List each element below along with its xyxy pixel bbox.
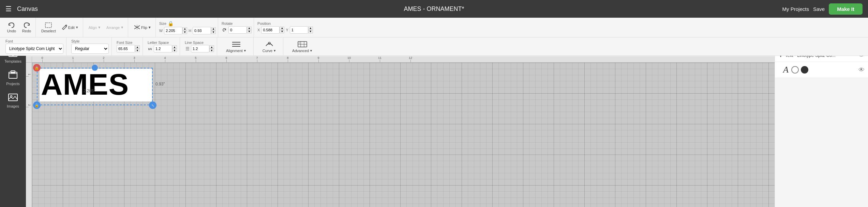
redo-button[interactable]: Redo bbox=[20, 21, 33, 34]
rotate-field[interactable]: ▲▼ bbox=[228, 26, 252, 34]
linespace-icon bbox=[185, 46, 190, 51]
position-group: Position X ▲▼ Y ▲▼ bbox=[255, 18, 315, 37]
topbar: ☰ Canvas AMES - ORNAMENT* My Projects Sa… bbox=[0, 0, 868, 18]
y-down[interactable]: ▼ bbox=[308, 30, 313, 33]
alignment-button[interactable]: Alignment ▼ bbox=[222, 39, 251, 54]
undo-redo-group: Undo Redo bbox=[3, 18, 36, 37]
style-label: Style bbox=[71, 39, 109, 43]
letterspace-icon: VA bbox=[148, 46, 153, 51]
alignment-label: Alignment bbox=[226, 49, 243, 53]
style-select[interactable]: Regular bbox=[71, 44, 109, 54]
linespace-label: Line Space bbox=[185, 41, 214, 45]
fontsize-section: Font Size ▲▼ bbox=[114, 37, 143, 55]
canvas-text[interactable]: AMES bbox=[41, 69, 129, 99]
svg-text:A: A bbox=[299, 42, 300, 44]
letterspace-up[interactable]: ▲ bbox=[172, 45, 177, 49]
projects-label: Projects bbox=[6, 82, 20, 86]
rotate-input[interactable] bbox=[228, 26, 247, 34]
x-field[interactable]: ▲▼ bbox=[261, 26, 284, 34]
toolbar1: Undo Redo Deselect bbox=[0, 18, 868, 37]
handle-top-center[interactable] bbox=[92, 65, 98, 71]
arrange-button[interactable]: Arrange ▼ bbox=[104, 25, 126, 30]
height-field[interactable]: ▲▼ bbox=[193, 27, 216, 34]
letterspace-input[interactable] bbox=[154, 45, 172, 52]
images-label: Images bbox=[7, 104, 19, 108]
y-input[interactable] bbox=[290, 26, 308, 34]
handle-lock[interactable]: 🔒 bbox=[33, 64, 41, 71]
letterspace-section: Letter Space VA ▲▼ bbox=[145, 37, 180, 55]
curve-section: Curve ▼ bbox=[256, 37, 283, 55]
width-field[interactable]: ▲▼ bbox=[164, 27, 187, 34]
rotate-group: Rotate ▲▼ bbox=[220, 18, 254, 37]
handle-bottom-right[interactable]: ⤡ bbox=[149, 101, 156, 109]
align-button[interactable]: Align ▼ bbox=[87, 25, 103, 30]
edit-button[interactable]: Edit ▼ bbox=[59, 23, 81, 32]
fontsize-up[interactable]: ▲ bbox=[135, 45, 140, 49]
ruler-horizontal: 0 1 2 3 4 5 6 7 8 9 10 11 12 bbox=[32, 57, 775, 63]
rotate-down[interactable]: ▼ bbox=[247, 30, 252, 33]
y-field[interactable]: ▲▼ bbox=[290, 26, 313, 34]
position-label: Position bbox=[257, 21, 313, 26]
projects-icon bbox=[8, 69, 18, 80]
deselect-icon bbox=[45, 22, 52, 28]
templates-label: Templates bbox=[4, 59, 21, 63]
size-group: Size 🔒 W ▲▼ H ▲▼ bbox=[157, 18, 218, 37]
make-it-button[interactable]: Make It bbox=[829, 3, 863, 15]
align-arrange-group: Align ▼ Arrange ▼ bbox=[85, 18, 128, 37]
layer-text-visibility-icon[interactable]: 👁 bbox=[858, 66, 865, 74]
redo-icon bbox=[23, 22, 30, 28]
fontsize-input[interactable] bbox=[117, 45, 135, 52]
linespace-field[interactable]: ▲▼ bbox=[191, 45, 214, 52]
sidebar-item-projects[interactable]: Projects bbox=[1, 67, 25, 89]
curve-button[interactable]: Curve ▼ bbox=[258, 39, 280, 54]
height-label: H bbox=[189, 29, 191, 33]
fontsize-field[interactable]: ▲▼ bbox=[117, 45, 140, 52]
lock-size-icon[interactable]: 🔒 bbox=[168, 21, 174, 26]
canvas-area: 0 1 2 3 4 5 6 7 8 9 10 11 12 bbox=[26, 57, 775, 207]
x-input[interactable] bbox=[261, 26, 280, 34]
y-up[interactable]: ▲ bbox=[308, 27, 313, 30]
letterspace-down[interactable]: ▼ bbox=[172, 49, 177, 52]
undo-button[interactable]: Undo bbox=[5, 21, 18, 34]
x-down[interactable]: ▼ bbox=[280, 30, 284, 33]
linespace-down[interactable]: ▼ bbox=[209, 49, 214, 52]
width-down[interactable]: ▼ bbox=[182, 31, 187, 34]
topbar-right: My Projects Save Make It bbox=[782, 3, 863, 15]
my-projects-link[interactable]: My Projects bbox=[782, 6, 809, 12]
canvas-content[interactable]: AMES 🔒 🔒 ⤡ 2.205" 0.93" bbox=[32, 63, 775, 207]
advanced-button[interactable]: A Advanced ▼ bbox=[288, 39, 317, 54]
flip-icon bbox=[134, 24, 140, 30]
height-up[interactable]: ▲ bbox=[211, 27, 216, 31]
linespace-up[interactable]: ▲ bbox=[209, 45, 214, 49]
sidebar-item-images[interactable]: Images bbox=[1, 89, 25, 111]
x-label: X bbox=[257, 28, 260, 32]
height-dimension-label: 0.93" bbox=[155, 82, 165, 86]
handle-bottom-left[interactable]: 🔒 bbox=[33, 101, 41, 109]
fontsize-down[interactable]: ▼ bbox=[135, 49, 140, 52]
height-input[interactable] bbox=[193, 27, 211, 34]
width-input[interactable] bbox=[164, 27, 182, 34]
font-section: Font Linotype Spitz Com Light bbox=[3, 37, 66, 55]
flip-button[interactable]: Flip ▼ bbox=[132, 23, 153, 32]
layer-color-outline bbox=[791, 66, 799, 74]
height-down[interactable]: ▼ bbox=[211, 31, 216, 34]
ruler-corner bbox=[26, 57, 32, 63]
linespace-input[interactable] bbox=[191, 45, 209, 52]
layer-color-previews bbox=[791, 66, 808, 74]
menu-icon[interactable]: ☰ bbox=[5, 5, 12, 13]
images-icon bbox=[8, 92, 18, 103]
advanced-label: Advanced bbox=[292, 49, 309, 53]
rotate-up[interactable]: ▲ bbox=[247, 27, 252, 30]
width-up[interactable]: ▲ bbox=[182, 27, 187, 31]
save-button[interactable]: Save bbox=[813, 6, 825, 12]
rotate-label: Rotate bbox=[222, 21, 252, 26]
font-select[interactable]: Linotype Spitz Com Light bbox=[5, 44, 63, 54]
style-section: Style Regular bbox=[69, 37, 112, 55]
advanced-icon: A bbox=[297, 41, 308, 48]
svg-text:VA: VA bbox=[148, 47, 152, 51]
deselect-button[interactable]: Deselect bbox=[39, 21, 58, 34]
x-up[interactable]: ▲ bbox=[280, 27, 284, 30]
curve-icon bbox=[265, 41, 274, 48]
letterspace-field[interactable]: ▲▼ bbox=[154, 45, 177, 52]
toolbar2: Font Linotype Spitz Com Light Style Regu… bbox=[0, 37, 868, 56]
